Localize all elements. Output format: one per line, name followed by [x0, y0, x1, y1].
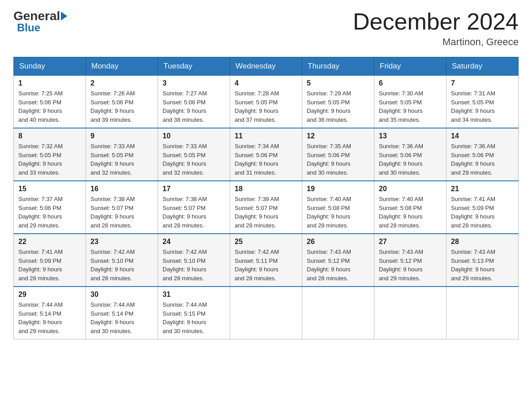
week-row-1: 1Sunrise: 7:25 AMSunset: 5:06 PMDaylight… [14, 76, 519, 128]
calendar-cell: 25Sunrise: 7:42 AMSunset: 5:11 PMDayligh… [230, 234, 302, 287]
calendar-cell: 23Sunrise: 7:42 AMSunset: 5:10 PMDayligh… [86, 234, 158, 287]
day-number: 5 [307, 79, 369, 87]
calendar-cell: 6Sunrise: 7:30 AMSunset: 5:05 PMDaylight… [374, 76, 446, 128]
calendar-cell: 15Sunrise: 7:37 AMSunset: 5:06 PMDayligh… [14, 181, 86, 234]
day-number: 16 [90, 185, 153, 193]
day-info: Sunrise: 7:44 AMSunset: 5:14 PMDaylight:… [90, 300, 153, 335]
day-info: Sunrise: 7:28 AMSunset: 5:05 PMDaylight:… [235, 89, 297, 124]
location: Martinon, Greece [353, 36, 519, 48]
calendar-cell: 3Sunrise: 7:27 AMSunset: 5:06 PMDaylight… [158, 76, 230, 128]
calendar-cell: 2Sunrise: 7:26 AMSunset: 5:06 PMDaylight… [86, 76, 158, 128]
day-info: Sunrise: 7:44 AMSunset: 5:14 PMDaylight:… [18, 300, 81, 335]
col-header-saturday: Saturday [446, 57, 519, 76]
day-info: Sunrise: 7:41 AMSunset: 5:09 PMDaylight:… [18, 248, 81, 283]
calendar-cell: 17Sunrise: 7:38 AMSunset: 5:07 PMDayligh… [158, 181, 230, 234]
day-number: 27 [379, 238, 442, 246]
calendar-cell: 9Sunrise: 7:33 AMSunset: 5:05 PMDaylight… [86, 128, 158, 181]
day-info: Sunrise: 7:27 AMSunset: 5:06 PMDaylight:… [163, 89, 225, 124]
logo-triangle-icon [61, 12, 67, 21]
logo: General Blue [13, 9, 68, 34]
day-number: 20 [379, 185, 442, 193]
calendar-cell: 24Sunrise: 7:42 AMSunset: 5:10 PMDayligh… [158, 234, 230, 287]
day-number: 12 [307, 132, 369, 140]
calendar-cell [302, 287, 374, 339]
day-number: 30 [90, 291, 153, 299]
day-number: 13 [379, 132, 442, 140]
week-row-5: 29Sunrise: 7:44 AMSunset: 5:14 PMDayligh… [14, 287, 519, 339]
day-info: Sunrise: 7:43 AMSunset: 5:12 PMDaylight:… [379, 248, 442, 283]
day-info: Sunrise: 7:32 AMSunset: 5:05 PMDaylight:… [18, 142, 81, 177]
day-info: Sunrise: 7:26 AMSunset: 5:06 PMDaylight:… [90, 89, 153, 124]
day-info: Sunrise: 7:39 AMSunset: 5:07 PMDaylight:… [235, 195, 297, 230]
calendar-cell: 16Sunrise: 7:38 AMSunset: 5:07 PMDayligh… [86, 181, 158, 234]
calendar-cell: 14Sunrise: 7:36 AMSunset: 5:06 PMDayligh… [446, 128, 519, 181]
calendar-cell: 26Sunrise: 7:43 AMSunset: 5:12 PMDayligh… [302, 234, 374, 287]
calendar-cell: 10Sunrise: 7:33 AMSunset: 5:05 PMDayligh… [158, 128, 230, 181]
calendar-cell: 12Sunrise: 7:35 AMSunset: 5:06 PMDayligh… [302, 128, 374, 181]
week-row-2: 8Sunrise: 7:32 AMSunset: 5:05 PMDaylight… [14, 128, 519, 181]
day-info: Sunrise: 7:36 AMSunset: 5:06 PMDaylight:… [379, 142, 442, 177]
day-info: Sunrise: 7:36 AMSunset: 5:06 PMDaylight:… [451, 142, 514, 177]
day-number: 17 [163, 185, 225, 193]
calendar-cell: 21Sunrise: 7:41 AMSunset: 5:09 PMDayligh… [446, 181, 519, 234]
day-number: 19 [307, 185, 369, 193]
day-number: 15 [18, 185, 81, 193]
col-header-wednesday: Wednesday [230, 57, 302, 76]
day-info: Sunrise: 7:29 AMSunset: 5:05 PMDaylight:… [307, 89, 369, 124]
week-row-4: 22Sunrise: 7:41 AMSunset: 5:09 PMDayligh… [14, 234, 519, 287]
day-info: Sunrise: 7:34 AMSunset: 5:06 PMDaylight:… [235, 142, 297, 177]
calendar-cell: 19Sunrise: 7:40 AMSunset: 5:08 PMDayligh… [302, 181, 374, 234]
day-info: Sunrise: 7:30 AMSunset: 5:05 PMDaylight:… [379, 89, 442, 124]
day-number: 28 [451, 238, 514, 246]
calendar-cell [446, 287, 519, 339]
day-info: Sunrise: 7:42 AMSunset: 5:10 PMDaylight:… [163, 248, 225, 283]
day-number: 2 [90, 79, 153, 87]
calendar-cell: 27Sunrise: 7:43 AMSunset: 5:12 PMDayligh… [374, 234, 446, 287]
day-info: Sunrise: 7:42 AMSunset: 5:10 PMDaylight:… [90, 248, 153, 283]
day-number: 7 [451, 79, 514, 87]
col-header-thursday: Thursday [302, 57, 374, 76]
day-number: 18 [235, 185, 297, 193]
col-header-monday: Monday [86, 57, 158, 76]
calendar-cell: 18Sunrise: 7:39 AMSunset: 5:07 PMDayligh… [230, 181, 302, 234]
calendar-cell: 30Sunrise: 7:44 AMSunset: 5:14 PMDayligh… [86, 287, 158, 339]
day-number: 26 [307, 238, 369, 246]
col-header-tuesday: Tuesday [158, 57, 230, 76]
day-number: 1 [18, 79, 81, 87]
day-info: Sunrise: 7:35 AMSunset: 5:06 PMDaylight:… [307, 142, 369, 177]
calendar-cell: 7Sunrise: 7:31 AMSunset: 5:05 PMDaylight… [446, 76, 519, 128]
day-number: 24 [163, 238, 225, 246]
col-header-friday: Friday [374, 57, 446, 76]
title-area: December 2024 Martinon, Greece [353, 9, 519, 48]
day-info: Sunrise: 7:33 AMSunset: 5:05 PMDaylight:… [163, 142, 225, 177]
calendar-cell: 20Sunrise: 7:40 AMSunset: 5:08 PMDayligh… [374, 181, 446, 234]
day-number: 22 [18, 238, 81, 246]
day-number: 23 [90, 238, 153, 246]
calendar-cell: 13Sunrise: 7:36 AMSunset: 5:06 PMDayligh… [374, 128, 446, 181]
page-header: General Blue December 2024 Martinon, Gre… [13, 9, 519, 48]
day-info: Sunrise: 7:40 AMSunset: 5:08 PMDaylight:… [379, 195, 442, 230]
day-number: 6 [379, 79, 442, 87]
month-title: December 2024 [353, 9, 519, 34]
day-info: Sunrise: 7:41 AMSunset: 5:09 PMDaylight:… [451, 195, 514, 230]
day-number: 10 [163, 132, 225, 140]
calendar-cell [230, 287, 302, 339]
week-row-3: 15Sunrise: 7:37 AMSunset: 5:06 PMDayligh… [14, 181, 519, 234]
calendar-cell: 11Sunrise: 7:34 AMSunset: 5:06 PMDayligh… [230, 128, 302, 181]
col-header-sunday: Sunday [14, 57, 86, 76]
day-info: Sunrise: 7:43 AMSunset: 5:12 PMDaylight:… [307, 248, 369, 283]
day-number: 14 [451, 132, 514, 140]
day-info: Sunrise: 7:38 AMSunset: 5:07 PMDaylight:… [90, 195, 153, 230]
day-number: 3 [163, 79, 225, 87]
day-info: Sunrise: 7:44 AMSunset: 5:15 PMDaylight:… [163, 300, 225, 335]
calendar-cell: 5Sunrise: 7:29 AMSunset: 5:05 PMDaylight… [302, 76, 374, 128]
day-info: Sunrise: 7:38 AMSunset: 5:07 PMDaylight:… [163, 195, 225, 230]
calendar-cell: 4Sunrise: 7:28 AMSunset: 5:05 PMDaylight… [230, 76, 302, 128]
day-number: 29 [18, 291, 81, 299]
day-number: 11 [235, 132, 297, 140]
day-number: 21 [451, 185, 514, 193]
calendar-cell: 8Sunrise: 7:32 AMSunset: 5:05 PMDaylight… [14, 128, 86, 181]
day-info: Sunrise: 7:37 AMSunset: 5:06 PMDaylight:… [18, 195, 81, 230]
day-number: 4 [235, 79, 297, 87]
calendar-cell: 22Sunrise: 7:41 AMSunset: 5:09 PMDayligh… [14, 234, 86, 287]
